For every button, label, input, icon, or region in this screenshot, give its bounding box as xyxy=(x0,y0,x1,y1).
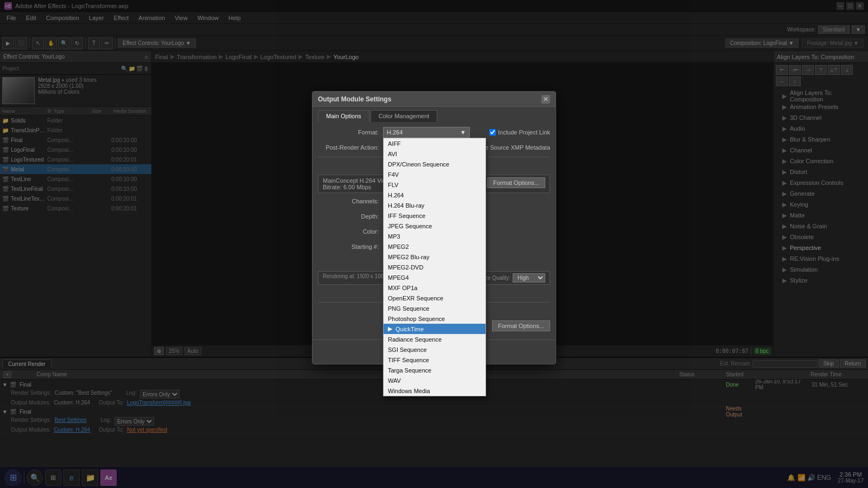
format-option-sgi-sequence[interactable]: SGI Sequence xyxy=(384,344,486,355)
depth-label: Depth: xyxy=(318,213,383,220)
starting-frame-label: Starting #: xyxy=(318,243,383,250)
format-option-jpeg-sequence[interactable]: JPEG Sequence xyxy=(384,221,486,231)
format-option-mp3[interactable]: MP3 xyxy=(384,231,486,241)
format-option-mxf-op1a[interactable]: MXF OP1a xyxy=(384,282,486,293)
format-option-radiance-sequence[interactable]: Radiance Sequence xyxy=(384,334,486,344)
format-option-h-264-blu-ray[interactable]: H.264 Blu-ray xyxy=(384,200,486,210)
format-option-quicktime[interactable]: ▶QuickTime xyxy=(384,324,486,334)
post-render-label: Post-Render Action: xyxy=(318,144,383,151)
output-module-dialog: Output Module Settings ✕ Main Options Co… xyxy=(312,91,556,364)
format-option-png-sequence[interactable]: PNG Sequence xyxy=(384,303,486,313)
format-control: H.264 ▼ AIFFAVIDPX/Cineon SequenceF4VFLV… xyxy=(383,127,485,138)
tab-main-options[interactable]: Main Options xyxy=(318,110,369,122)
dialog-tabs: Main Options Color Management xyxy=(312,107,556,122)
format-info-line2: Bitrate: 6.00 Mbps xyxy=(323,184,392,190)
format-option-photoshop-sequence[interactable]: Photoshop Sequence xyxy=(384,313,486,324)
dialog-close-button[interactable]: ✕ xyxy=(541,95,550,104)
format-dropdown-container: H.264 ▼ AIFFAVIDPX/Cineon SequenceF4VFLV… xyxy=(383,127,485,138)
include-project-link-label: Include Project Link xyxy=(498,129,550,136)
format-option-mpeg2-blu-ray[interactable]: MPEG2 Blu-ray xyxy=(384,252,486,262)
dialog-title-text: Output Module Settings xyxy=(318,95,391,103)
format-option-iff-sequence[interactable]: IFF Sequence xyxy=(384,210,486,221)
include-project-link-row: Include Project Link xyxy=(489,129,550,136)
format-option-f4v[interactable]: F4V xyxy=(384,169,486,179)
channels-label: Channels: xyxy=(318,198,383,204)
format-option-mpeg2[interactable]: MPEG2 xyxy=(384,241,486,252)
tab-color-management[interactable]: Color Management xyxy=(371,110,438,122)
format-option-h-264[interactable]: H.264 xyxy=(384,190,486,200)
format-option-aiff[interactable]: AIFF xyxy=(384,138,486,149)
format-info-text: MainConcept H.264 Video Bitrate: 6.00 Mb… xyxy=(323,177,392,190)
dialog-body: Format: H.264 ▼ AIFFAVIDPX/Cineon Sequen… xyxy=(312,122,556,339)
format-option-avi[interactable]: AVI xyxy=(384,149,486,159)
format-current-value: H.264 xyxy=(387,129,403,136)
dialog-title-bar: Output Module Settings ✕ xyxy=(312,92,556,107)
dropdown-arrow-icon: ▼ xyxy=(460,129,466,136)
format-options-button[interactable]: Format Options... xyxy=(487,177,545,188)
color-label: Color: xyxy=(318,228,383,235)
format-option-mpeg2-dvd[interactable]: MPEG2-DVD xyxy=(384,262,486,272)
format-option-wav[interactable]: WAV xyxy=(384,375,486,386)
format-label: Format: xyxy=(318,129,383,136)
format-info-line1: MainConcept H.264 Video xyxy=(323,177,392,184)
format-option-flv[interactable]: FLV xyxy=(384,179,486,190)
modal-overlay: Output Module Settings ✕ Main Options Co… xyxy=(0,0,868,488)
format-option-openexr-sequence[interactable]: OpenEXR Sequence xyxy=(384,293,486,303)
format-option-mpeg4[interactable]: MPEG4 xyxy=(384,272,486,282)
audio-format-options-button[interactable]: Format Options... xyxy=(492,320,550,331)
format-option-tiff-sequence[interactable]: TIFF Sequence xyxy=(384,355,486,365)
resize-quality-select[interactable]: High xyxy=(513,273,545,282)
format-option-windows-media[interactable]: Windows Media xyxy=(384,386,486,396)
format-select-display[interactable]: H.264 ▼ xyxy=(383,127,470,138)
format-option-targa-sequence[interactable]: Targa Sequence xyxy=(384,365,486,375)
include-project-link-checkbox[interactable] xyxy=(489,129,496,136)
format-row: Format: H.264 ▼ AIFFAVIDPX/Cineon Sequen… xyxy=(318,126,550,138)
format-dropdown-list[interactable]: AIFFAVIDPX/Cineon SequenceF4VFLVH.264H.2… xyxy=(383,138,486,396)
format-option-dpx-cineon-sequence[interactable]: DPX/Cineon Sequence xyxy=(384,159,486,169)
